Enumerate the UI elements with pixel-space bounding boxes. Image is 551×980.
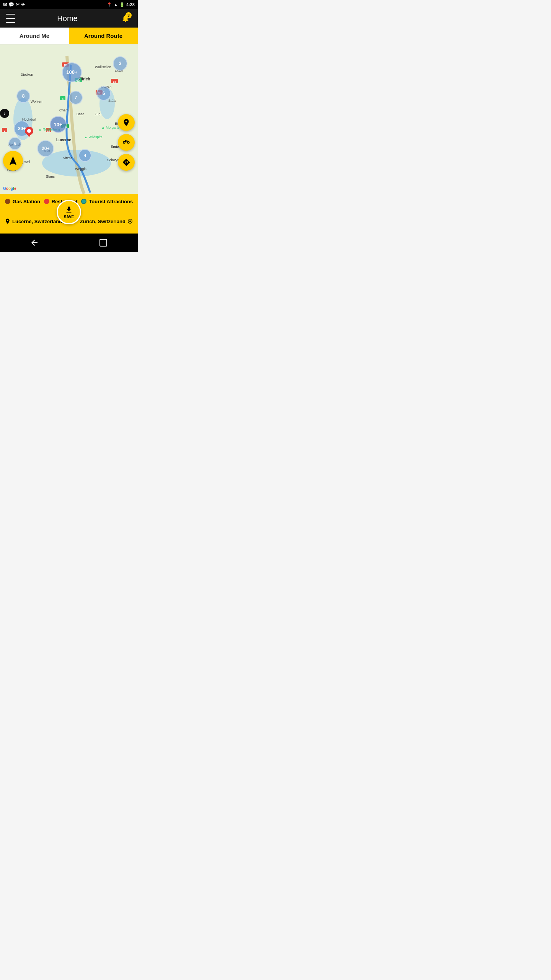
list-view-button[interactable] xyxy=(118,114,135,131)
tab-bar: Around Me Around Route xyxy=(0,28,138,44)
svg-text:Wohlen: Wohlen xyxy=(31,100,42,103)
cluster-100plus[interactable]: 100+ xyxy=(62,62,82,82)
tab-around-me[interactable]: Around Me xyxy=(0,28,69,44)
cluster-8[interactable]: 8 xyxy=(16,89,30,103)
save-button[interactable]: SAVE xyxy=(57,200,81,224)
notification-button[interactable]: 3 xyxy=(119,12,132,24)
signal-icon: ▲ xyxy=(114,2,118,7)
map-actions xyxy=(118,114,135,171)
svg-text:53: 53 xyxy=(113,80,116,83)
map-container[interactable]: 1H 3W 4 E41 2 14 52 53 ▲ Rooterberg ▲ Wi… xyxy=(0,44,138,194)
svg-text:Lucerne: Lucerne xyxy=(56,138,71,142)
svg-point-56 xyxy=(129,220,131,222)
svg-point-53 xyxy=(126,140,127,142)
menu-button[interactable] xyxy=(6,14,15,23)
legend-gas-station: Gas Station xyxy=(5,199,40,204)
svg-text:▲ Wildspitz: ▲ Wildspitz xyxy=(84,135,103,139)
legend-tourist-attractions: Tourist Attractions xyxy=(81,199,133,204)
svg-text:Stans: Stans xyxy=(46,175,55,178)
time-display: 4:28 xyxy=(126,2,135,7)
page-title: Home xyxy=(15,14,119,23)
cluster-5[interactable]: 5 xyxy=(8,137,21,150)
waypoints-button[interactable] xyxy=(118,134,135,151)
bottom-bar: Lucerne, Switzerland SAVE Zürich, Switze… xyxy=(0,209,138,234)
battery-icon: 🔋 xyxy=(119,2,125,7)
nav-bar xyxy=(0,234,138,252)
status-left: ✉ 💬 ✂ ✈ xyxy=(3,2,25,7)
end-location: Zürich, Switzerland xyxy=(80,218,133,224)
svg-text:Vitznau: Vitznau xyxy=(63,156,75,160)
cluster-10plus[interactable]: 10+ xyxy=(50,116,67,133)
google-logo: Google xyxy=(3,186,16,191)
svg-point-52 xyxy=(123,142,125,144)
scroll-left-button[interactable]: › xyxy=(0,109,9,118)
start-location: Lucerne, Switzerland xyxy=(5,218,62,224)
svg-rect-57 xyxy=(100,239,107,246)
back-button[interactable] xyxy=(27,235,42,250)
notification-badge: 3 xyxy=(126,12,132,18)
location-icon: 📍 xyxy=(107,2,112,7)
nav-icon: ✈ xyxy=(21,2,25,7)
svg-text:Weggis: Weggis xyxy=(75,167,86,171)
cluster-4[interactable]: 4 xyxy=(78,149,91,162)
status-right: 📍 ▲ 🔋 4:28 xyxy=(107,2,135,7)
message-icon: 💬 xyxy=(8,2,14,7)
svg-point-54 xyxy=(127,142,129,144)
svg-text:2: 2 xyxy=(4,129,5,132)
email-icon: ✉ xyxy=(3,2,7,7)
svg-text:Wallisellen: Wallisellen xyxy=(95,65,111,69)
app-header: Home 3 xyxy=(0,9,138,28)
svg-marker-49 xyxy=(27,134,31,137)
scissors-icon: ✂ xyxy=(16,2,20,7)
cluster-20plus-2[interactable]: 20+ xyxy=(37,140,54,157)
home-button[interactable] xyxy=(96,235,111,250)
tab-around-route[interactable]: Around Route xyxy=(69,28,138,44)
navigation-button[interactable] xyxy=(3,151,23,171)
status-bar: ✉ 💬 ✂ ✈ 📍 ▲ 🔋 4:28 xyxy=(0,0,138,9)
svg-text:Stäfa: Stäfa xyxy=(108,99,116,103)
svg-text:Dietikon: Dietikon xyxy=(21,73,33,77)
svg-text:Zug: Zug xyxy=(95,112,101,116)
location-pin-lucerne xyxy=(25,127,33,137)
svg-text:4: 4 xyxy=(62,98,64,100)
cluster-6[interactable]: 6 xyxy=(96,86,111,101)
svg-text:Arth: Arth xyxy=(112,145,118,149)
svg-text:Cham: Cham xyxy=(59,108,68,112)
cluster-7[interactable]: 7 xyxy=(69,91,83,105)
svg-text:Schwyz: Schwyz xyxy=(107,158,119,162)
directions-button[interactable] xyxy=(118,154,135,171)
svg-point-48 xyxy=(27,129,31,133)
svg-text:Baar: Baar xyxy=(77,112,84,116)
